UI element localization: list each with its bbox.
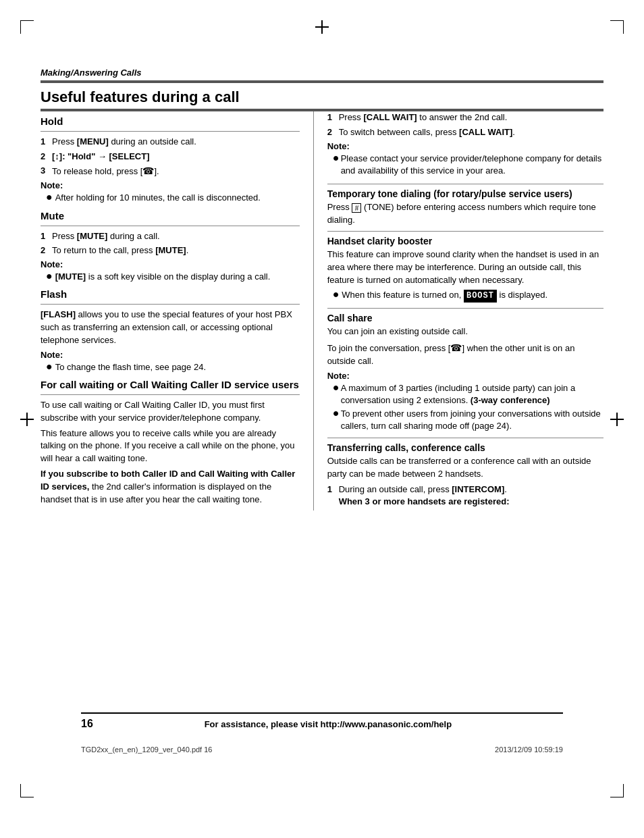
flash-section: Flash [FLASH] allows you to use the spec… bbox=[41, 288, 300, 373]
hold-section: Hold 1 Press [MENU] during an outside ca… bbox=[41, 115, 300, 204]
section-header: Making/Answering Calls bbox=[41, 68, 603, 78]
call-share-body1: You can join an existing outside call. bbox=[327, 325, 603, 338]
transferring-steps: 1 During an outside call, press [INTERCO… bbox=[327, 483, 603, 508]
call-wait-steps: 1 Press [CALL WAIT] to answer the 2nd ca… bbox=[327, 111, 603, 138]
temp-tone-rule bbox=[327, 184, 603, 184]
right-column: 1 Press [CALL WAIT] to answer the 2nd ca… bbox=[327, 111, 603, 510]
call-share-section: Call share You can join an existing outs… bbox=[327, 308, 603, 432]
handset-clarity-rule bbox=[327, 231, 603, 232]
page-title: Useful features during a call bbox=[41, 88, 603, 106]
transferring-rule bbox=[327, 438, 603, 438]
call-share-note2-text: To prevent other users from joining your… bbox=[341, 408, 603, 432]
handset-clarity-body: This feature can improve sound clarity w… bbox=[327, 248, 603, 287]
call-share-note2: ● To prevent other users from joining yo… bbox=[333, 408, 603, 432]
corner-mark-tl bbox=[20, 20, 34, 34]
footer-page-number: 16 bbox=[81, 718, 93, 730]
call-wait-note: ● Please contact your service provider/t… bbox=[333, 153, 603, 177]
call-share-title: Call share bbox=[327, 313, 603, 323]
flash-note-label: Note: bbox=[41, 350, 300, 360]
mute-title: Mute bbox=[41, 210, 300, 221]
mute-note: ● [MUTE] is a soft key visible on the di… bbox=[46, 271, 300, 283]
flash-note: ● To change the flash time, see page 24. bbox=[46, 361, 300, 373]
call-wait-note-text: Please contact your service provider/tel… bbox=[341, 153, 603, 177]
call-waiting-body2: This feature allows you to receive calls… bbox=[41, 427, 300, 466]
handset-clarity-section: Handset clarity booster This feature can… bbox=[327, 231, 603, 303]
mute-section: Mute 1 Press [MUTE] during a call. 2 To … bbox=[41, 210, 300, 284]
corner-mark-br bbox=[610, 784, 624, 797]
hold-step-1: 1 Press [MENU] during an outside call. bbox=[41, 136, 300, 148]
page-container: Making/Answering Calls Useful features d… bbox=[0, 0, 644, 838]
footer-help-text: For assistance, please visit http://www.… bbox=[205, 719, 452, 729]
call-wait-step-2: 2 To switch between calls, press [CALL W… bbox=[327, 126, 603, 138]
bottom-metadata: TGD2xx_(en_en)_1209_ver_040.pdf 16 2013/… bbox=[81, 745, 563, 754]
call-share-note1: ● A maximum of 3 parties (including 1 ou… bbox=[333, 382, 603, 407]
hold-note-label: Note: bbox=[41, 180, 300, 190]
transferring-body: Outside calls can be transferred or a co… bbox=[327, 455, 603, 481]
call-wait-step-1: 1 Press [CALL WAIT] to answer the 2nd ca… bbox=[327, 111, 603, 124]
mute-steps: 1 Press [MUTE] during a call. 2 To retur… bbox=[41, 230, 300, 257]
cross-top bbox=[321, 20, 323, 34]
transferring-title: Transferring calls, conference calls bbox=[327, 442, 603, 453]
phone-icon-hold: ☎ bbox=[142, 165, 154, 176]
call-waiting-title: For call waiting or Call Waiting Caller … bbox=[41, 379, 300, 390]
temp-tone-body: Press # (TONE) before entering access nu… bbox=[327, 201, 603, 227]
call-wait-note-label: Note: bbox=[327, 141, 603, 151]
transferring-section: Transferring calls, conference calls Out… bbox=[327, 438, 603, 508]
bottom-meta-right: 2013/12/09 10:59:19 bbox=[495, 745, 563, 754]
flash-note-text: To change the flash time, see page 24. bbox=[55, 361, 206, 373]
footer: 16 For assistance, please visit http://w… bbox=[81, 712, 563, 730]
corner-mark-bl bbox=[20, 784, 34, 797]
call-share-rule bbox=[327, 308, 603, 309]
two-column-layout: Hold 1 Press [MENU] during an outside ca… bbox=[41, 111, 603, 510]
call-waiting-section: For call waiting or Call Waiting Caller … bbox=[41, 379, 300, 506]
phone-icon-share: ☎ bbox=[450, 342, 462, 353]
call-waiting-body3: If you subscribe to both Caller ID and C… bbox=[41, 468, 300, 506]
thick-rule-top bbox=[41, 80, 603, 83]
mute-step-2: 2 To return to the call, press [MUTE]. bbox=[41, 244, 300, 257]
call-wait-steps-section: 1 Press [CALL WAIT] to answer the 2nd ca… bbox=[327, 111, 603, 177]
flash-body: [FLASH] allows you to use the special fe… bbox=[41, 309, 300, 347]
left-column: Hold 1 Press [MENU] during an outside ca… bbox=[41, 111, 300, 510]
mute-step-1: 1 Press [MUTE] during a call. bbox=[41, 230, 300, 242]
call-waiting-body1: To use call waiting or Call Waiting Call… bbox=[41, 399, 300, 425]
handset-clarity-note: ● When this feature is turned on, BOOST … bbox=[333, 289, 603, 303]
hold-step-3: 3 To release hold, press [☎]. bbox=[41, 165, 300, 178]
hold-title: Hold bbox=[41, 115, 300, 127]
mute-rule bbox=[41, 226, 300, 226]
cross-left bbox=[20, 419, 34, 420]
boost-display: BOOST bbox=[464, 290, 497, 303]
hold-step-2: 2 [↕]: "Hold" → [SELECT] bbox=[41, 151, 300, 163]
column-divider bbox=[313, 111, 314, 510]
hold-note: ● After holding for 10 minutes, the call… bbox=[46, 192, 300, 204]
call-share-body2: To join the conversation, press [☎] when… bbox=[327, 341, 603, 368]
hold-rule bbox=[41, 131, 300, 132]
flash-rule bbox=[41, 304, 300, 305]
hold-steps: 1 Press [MENU] during an outside call. 2… bbox=[41, 136, 300, 178]
corner-mark-tr bbox=[610, 20, 624, 34]
cross-right bbox=[610, 419, 624, 420]
main-content: Making/Answering Calls Useful features d… bbox=[41, 68, 603, 770]
mute-note-label: Note: bbox=[41, 259, 300, 269]
hash-icon: # bbox=[352, 203, 361, 213]
transferring-step-1: 1 During an outside call, press [INTERCO… bbox=[327, 483, 603, 508]
handset-clarity-title: Handset clarity booster bbox=[327, 236, 603, 246]
temp-tone-section: Temporary tone dialing (for rotary/pulse… bbox=[327, 184, 603, 227]
hold-note-text: After holding for 10 minutes, the call i… bbox=[55, 192, 261, 204]
flash-title: Flash bbox=[41, 288, 300, 300]
call-share-note-label: Note: bbox=[327, 371, 603, 381]
call-waiting-rule bbox=[41, 394, 300, 395]
bottom-meta-left: TGD2xx_(en_en)_1209_ver_040.pdf 16 bbox=[81, 745, 212, 754]
temp-tone-title: Temporary tone dialing (for rotary/pulse… bbox=[327, 188, 603, 199]
